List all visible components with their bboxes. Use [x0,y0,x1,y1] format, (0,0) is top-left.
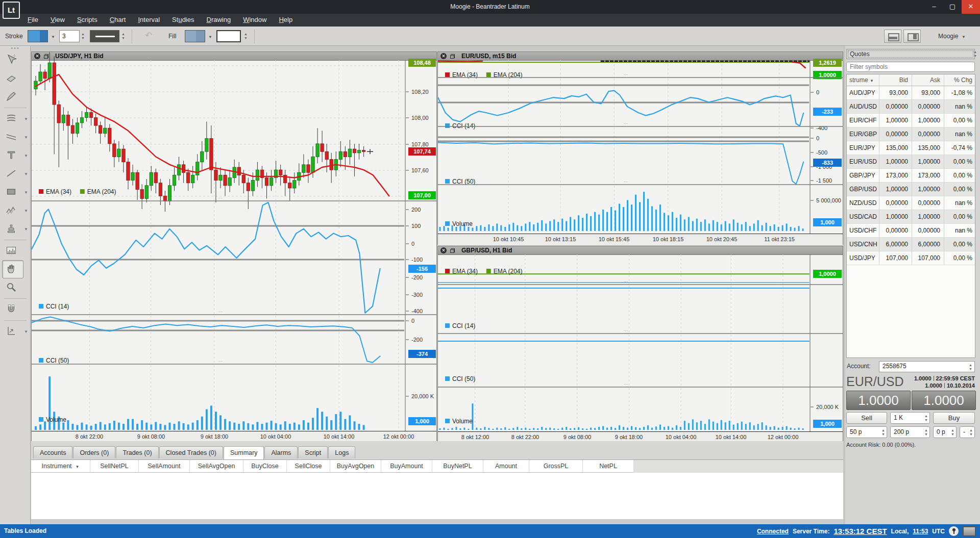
menu-file[interactable]: File [21,14,44,25]
connection-status[interactable]: Connected [757,528,789,535]
menu-studies[interactable]: Studies [166,14,200,25]
fill-color-swatch[interactable] [185,30,205,42]
bottom-scrollbar[interactable] [31,519,843,524]
summary-col-sellamount[interactable]: SellAmount [139,460,190,473]
summary-col-sellclose[interactable]: SellClose [287,460,330,473]
menu-scripts[interactable]: Scripts [71,14,104,25]
line-style-spinner[interactable]: ▲▼ [121,32,125,40]
slippage-spinner-icon[interactable]: ▲▼ [969,428,973,437]
stop-stepper[interactable]: 50 p▲▼ [846,426,887,438]
account-input[interactable]: 2558675 ▲▼ [879,361,975,372]
quote-row-eur-usd[interactable]: EUR/USD1,000001,000000,00 % [847,155,975,169]
menu-drawing[interactable]: Drawing [201,14,237,25]
quotes-col-1[interactable]: Bid [879,74,912,86]
panel-selector-spinner[interactable]: ▲▼ [973,50,977,58]
summary-col-instrument[interactable]: Instrument ▼ [31,460,90,473]
filter-symbols-input[interactable] [846,62,975,72]
quote-row-aud-usd[interactable]: AUD/USD0,000000,00000nan % [847,100,975,114]
limit-spinner-icon[interactable]: ▲▼ [924,428,928,437]
svg-text:-200: -200 [411,274,423,280]
stop-spinner-icon[interactable]: ▲▼ [881,428,885,437]
stroke-color-dropdown-icon[interactable]: ▼ [51,35,55,39]
quote-value: 135,000 [879,141,912,155]
summary-col-buyamount[interactable]: BuyAmount [381,460,432,473]
close-button[interactable]: ✕ [962,0,980,14]
trail-spinner-icon[interactable]: ▲▼ [951,428,954,437]
fill-spinner[interactable]: ▲▼ [244,32,248,40]
layout-horizontal-button[interactable] [884,30,901,43]
time-tick-label: 12 okt 00:00 [768,434,799,440]
menu-help[interactable]: Help [273,14,299,25]
account-spinner[interactable]: ▲▼ [969,363,972,371]
line-style-button[interactable] [90,30,119,42]
tab-trades[interactable]: Trades (0) [116,446,158,458]
buy-button[interactable]: Buy [933,412,975,424]
buy-price-button[interactable]: 1.0000 [912,391,976,410]
quote-value: 1,00000 [912,183,944,196]
svg-text:EMA (34): EMA (34) [452,268,478,275]
trail-stepper[interactable]: 0 p▲▼ [933,426,957,438]
limit-stepper[interactable]: 200 p▲▼ [890,426,930,438]
lock-icon[interactable] [949,526,959,536]
panel-selector[interactable]: Quotes [846,49,975,59]
stroke-color-swatch[interactable] [28,30,48,42]
summary-col-netpl[interactable]: NetPL [583,460,634,473]
quote-row-gbp-jpy[interactable]: GBP/JPY173,000173,0000,00 % [847,169,975,183]
stroke-width-spinner[interactable]: ▲▼ [81,32,85,40]
sell-price-button[interactable]: 1.0000 [846,391,911,410]
undo-icon[interactable]: ↶ [145,30,152,41]
sort-desc-icon: ▼ [76,465,80,469]
summary-col-sellnetpl[interactable]: SellNetPL [90,460,139,473]
summary-col-buynetpl[interactable]: BuyNetPL [432,460,483,473]
quote-row-usd-cnh[interactable]: USD/CNH6,000006,000000,00 % [847,238,975,251]
chevron-down-icon: ▼ [962,35,966,39]
quote-row-nzd-usd[interactable]: NZD/USD0,000000,00000nan % [847,196,975,210]
menu-view[interactable]: View [44,14,71,25]
tab-summary[interactable]: Summary [224,446,264,459]
tab-script[interactable]: Script [298,446,328,458]
quote-row-usd-chf[interactable]: USD/CHF0,000000,00000nan % [847,224,975,238]
sort-desc-icon[interactable]: ▼ [870,79,874,83]
svg-text:1,2619: 1,2619 [819,60,836,66]
maximize-button[interactable]: ▢ [943,0,962,14]
quote-row-eur-gbp[interactable]: EUR/GBP0,000000,00000nan % [847,127,975,141]
summary-col-buyclose[interactable]: BuyClose [243,460,287,473]
summary-col-buyavgopen[interactable]: BuyAvgOpen [330,460,381,473]
menu-chart[interactable]: Chart [104,14,132,25]
menu-window[interactable]: Window [237,14,273,25]
quote-row-aud-jpy[interactable]: AUD/JPY93,00093,000-1,08 % [847,86,975,100]
profile-dropdown[interactable]: Moogie ▼ [938,27,966,47]
slippage-stepper[interactable]: -▲▼ [960,426,975,438]
tab-logs[interactable]: Logs [328,446,355,458]
fill-color-dropdown-icon[interactable]: ▼ [208,35,212,39]
summary-col-amount[interactable]: Amount [483,460,529,473]
layout-vertical-button[interactable] [903,30,921,43]
summary-col-sellavgopen[interactable]: SellAvgOpen [190,460,243,473]
tab-accounts[interactable]: Accounts [33,446,72,458]
screen-icon[interactable] [963,526,976,536]
quotes-col-2[interactable]: Ask [912,74,944,86]
quote-row-eur-jpy[interactable]: EUR/JPY135,000135,000-0,74 % [847,141,975,155]
quote-symbol: GBP/JPY [847,169,879,183]
amount-stepper[interactable]: 1 K▲▼ [890,412,930,424]
tab-orders[interactable]: Orders (0) [73,446,115,458]
quotes-col-0[interactable]: strume ▼ [847,74,879,86]
sell-button[interactable]: Sell [846,412,887,424]
quote-row-eur-chf[interactable]: EUR/CHF1,000001,000000,00 % [847,114,975,127]
server-time-value: 13:53:12 CEST [834,527,887,535]
amount-spinner-icon[interactable]: ▲▼ [924,414,928,422]
tab-closed-trades[interactable]: Closed Trades (0) [159,446,223,458]
summary-table-body[interactable] [31,473,843,519]
tab-alarms[interactable]: Alarms [264,446,298,458]
quote-row-gbp-usd[interactable]: GBP/USD1,000001,000000,00 % [847,183,975,196]
quotes-col-3[interactable]: % Chg [944,74,975,86]
minimize-button[interactable]: – [925,0,943,14]
quote-row-usd-jpy[interactable]: USD/JPY107,000107,0000,00 % [847,251,975,265]
stroke-width-input[interactable]: 3 [59,30,80,42]
quote-value: 107,000 [879,251,912,265]
fill-secondary-swatch[interactable] [216,30,241,42]
quote-row-usd-cad[interactable]: USD/CAD1,000001,000000,00 % [847,210,975,224]
summary-col-grosspl[interactable]: GrossPL [529,460,583,473]
menu-interval[interactable]: Interval [132,14,166,25]
chart-panel-usdjpy: ✕USD/JPY, H1 Bid108,20108,00107,80107,60… [31,52,437,441]
